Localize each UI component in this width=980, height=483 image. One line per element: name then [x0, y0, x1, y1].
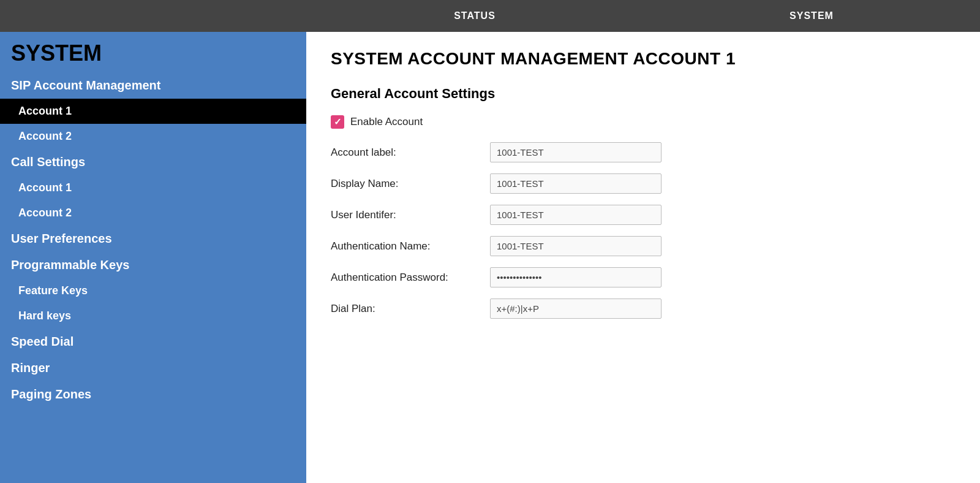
enable-account-label: Enable Account: [350, 116, 423, 128]
sidebar-item-hard-keys[interactable]: Hard keys: [0, 303, 306, 329]
dial-plan-row: Dial Plan:: [331, 299, 956, 319]
sidebar-title: SYSTEM: [0, 32, 306, 72]
sidebar-item-account-1-sip[interactable]: Account 1: [0, 99, 306, 124]
display-name-label: Display Name:: [331, 178, 490, 190]
auth-password-input[interactable]: [490, 267, 662, 287]
content-area: SYSTEM ACCOUNT MANAGEMENT ACCOUNT 1 Gene…: [306, 32, 980, 483]
account-label-label: Account label:: [331, 146, 490, 159]
auth-name-label: Authentication Name:: [331, 240, 490, 253]
sidebar-item-feature-keys[interactable]: Feature Keys: [0, 278, 306, 303]
section-title: General Account Settings: [331, 86, 956, 102]
sidebar-item-account-2-sip[interactable]: Account 2: [0, 124, 306, 149]
nav-status[interactable]: STATUS: [306, 0, 643, 32]
auth-password-label: Authentication Password:: [331, 272, 490, 284]
sidebar-item-speed-dial[interactable]: Speed Dial: [0, 329, 306, 355]
enable-account-row: Enable Account: [331, 115, 956, 129]
display-name-row: Display Name:: [331, 173, 956, 194]
user-identifier-label: User Identifer:: [331, 209, 490, 221]
sidebar-item-account-2-call[interactable]: Account 2: [0, 200, 306, 226]
sidebar-item-account-1-call[interactable]: Account 1: [0, 175, 306, 200]
sidebar: SYSTEM SIP Account Management Account 1 …: [0, 32, 306, 483]
display-name-input[interactable]: [490, 173, 662, 194]
account-label-row: Account label:: [331, 142, 956, 162]
sidebar-item-programmable-keys[interactable]: Programmable Keys: [0, 252, 306, 278]
user-identifier-input[interactable]: [490, 205, 662, 225]
top-nav: STATUS SYSTEM: [0, 0, 980, 32]
enable-account-checkbox[interactable]: [331, 115, 344, 129]
account-label-input[interactable]: [490, 142, 662, 162]
auth-name-input[interactable]: [490, 236, 662, 256]
main-layout: SYSTEM SIP Account Management Account 1 …: [0, 32, 980, 483]
nav-system[interactable]: SYSTEM: [643, 0, 980, 32]
auth-password-row: Authentication Password:: [331, 267, 956, 287]
sidebar-item-paging-zones[interactable]: Paging Zones: [0, 381, 306, 408]
sidebar-item-ringer[interactable]: Ringer: [0, 355, 306, 381]
dial-plan-input[interactable]: [490, 299, 662, 319]
sidebar-item-call-settings[interactable]: Call Settings: [0, 149, 306, 175]
page-title: SYSTEM ACCOUNT MANAGEMENT ACCOUNT 1: [331, 49, 956, 69]
sidebar-item-sip-account-management[interactable]: SIP Account Management: [0, 72, 306, 99]
auth-name-row: Authentication Name:: [331, 236, 956, 256]
dial-plan-label: Dial Plan:: [331, 303, 490, 315]
user-identifier-row: User Identifer:: [331, 205, 956, 225]
sidebar-item-user-preferences[interactable]: User Preferences: [0, 226, 306, 252]
